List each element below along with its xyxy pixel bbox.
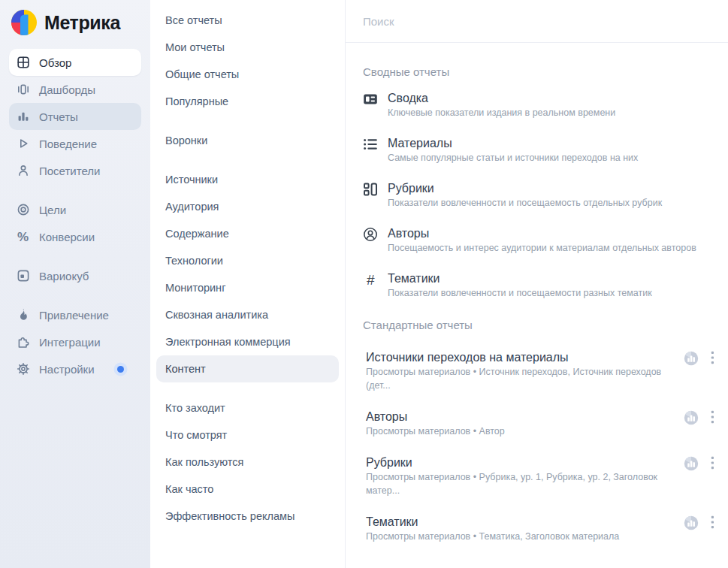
report-card[interactable]: Авторы Посещаемость и интерес аудитории … [363, 226, 717, 255]
search-bar [346, 0, 728, 43]
reports-nav-item[interactable]: Что смотрят [156, 421, 339, 449]
report-title: Рубрики [366, 455, 675, 470]
reports-nav-item-label: Общие отчеты [165, 68, 239, 80]
reports-nav-item-label: Контент [165, 363, 206, 375]
sidebar-nav: Обзор Дашборды Отчеты Поведение Посетите… [0, 49, 150, 382]
kebab-menu-icon[interactable] [711, 410, 714, 424]
reports-nav-item[interactable]: Аудитория [156, 193, 339, 220]
reports-nav-item[interactable]: Как пользуются [156, 449, 339, 476]
reports-nav-item-label: Как пользуются [165, 456, 243, 468]
report-title: Сводка [388, 91, 615, 105]
reports-nav-item-label: Все отчеты [165, 14, 222, 26]
metrika-chart-icon[interactable] [684, 410, 699, 425]
reports-nav-item[interactable]: Кто заходит [156, 394, 339, 421]
hash-icon: # [363, 272, 378, 287]
sidebar-item[interactable]: Посетители [9, 157, 141, 184]
reports-nav-item-label: Технологии [165, 255, 223, 267]
sidebar-item[interactable]: % Конверсии [9, 223, 141, 250]
sidebar-item[interactable]: Привлечение [9, 301, 141, 328]
blocks-icon [363, 182, 378, 197]
reports-nav-item[interactable]: Все отчеты [156, 7, 339, 34]
sidebar-item[interactable]: Интеграции [9, 328, 141, 355]
reports-nav-item[interactable]: Мониторинг [156, 274, 339, 301]
report-card[interactable]: Рубрики Показатели вовлеченности и посещ… [363, 181, 717, 210]
report-card[interactable]: # Тематики Показатели вовлеченности и по… [363, 271, 717, 300]
sidebar-item-label: Поведение [39, 137, 97, 150]
metrika-logo-icon [11, 10, 37, 35]
report-title: Материалы [388, 136, 638, 150]
metrika-chart-icon[interactable] [684, 515, 699, 530]
kebab-menu-icon[interactable] [711, 351, 714, 364]
target-icon [16, 203, 30, 217]
sidebar-item-label: Цели [39, 204, 66, 216]
sidebar-item[interactable]: Обзор [9, 49, 141, 76]
report-row[interactable]: Тематики Просмотры материалов • Тематика… [363, 515, 717, 543]
reports-nav-item[interactable]: Электронная коммерция [156, 328, 339, 355]
report-row[interactable]: Авторы Просмотры материалов • Автор [363, 409, 717, 438]
reports-nav-item-label: Источники [165, 174, 218, 186]
sidebar-item[interactable]: Цели [9, 196, 141, 223]
report-card[interactable]: Сводка Ключевые показатели издания в реа… [363, 91, 717, 119]
panel-sections: Сводные отчеты Сводка Ключевые показател… [346, 65, 728, 543]
report-card[interactable]: Материалы Самые популярные статьи и исто… [363, 136, 717, 165]
report-desc: Просмотры материалов • Автор [366, 424, 675, 438]
reports-nav-item[interactable]: Сквозная аналитика [156, 301, 339, 328]
search-input[interactable] [363, 15, 711, 28]
brand-name: Метрика [44, 12, 120, 34]
report-title: Источники переходов на материалы [366, 350, 675, 364]
report-desc: Показатели вовлеченности и посещаемость … [388, 196, 662, 210]
section-title: Сводные отчеты [363, 65, 717, 78]
sidebar-item-label: Отчеты [39, 110, 78, 123]
report-desc: Просмотры материалов • Рубрика, ур. 1, Р… [366, 470, 675, 497]
sidebar-item[interactable]: Настройки [9, 355, 141, 382]
brand: Метрика [0, 0, 150, 35]
reports-nav-item[interactable]: Мои отчеты [156, 34, 339, 61]
report-desc: Просмотры материалов • Источник переходо… [366, 365, 675, 392]
report-title: Рубрики [388, 181, 662, 195]
report-row[interactable]: Источники переходов на материалы Просмот… [363, 350, 717, 392]
grid-icon [16, 56, 30, 70]
reports-nav-item[interactable]: Технологии [156, 247, 339, 274]
card-icon [363, 92, 378, 107]
reports-nav-item[interactable]: Эффективность рекламы [156, 503, 339, 530]
dashboard-icon [16, 83, 30, 97]
app: Метрика Обзор Дашборды Отчеты Поведение … [0, 0, 728, 568]
reports-nav-item-label: Как часто [165, 483, 213, 495]
report-title: Авторы [388, 226, 696, 240]
flame-icon [16, 308, 30, 322]
report-title: Тематики [366, 515, 675, 529]
reports-nav-item-label: Воронки [165, 134, 207, 147]
puzzle-icon [16, 335, 30, 349]
report-list: Сводка Ключевые показатели издания в реа… [363, 91, 717, 300]
kebab-menu-icon[interactable] [711, 456, 714, 470]
sidebar-item[interactable]: Отчеты [9, 103, 141, 130]
reports-nav-item-label: Электронная коммерция [165, 336, 291, 348]
reports-nav-item[interactable]: Популярные [156, 88, 339, 115]
reports-nav-item-label: Содержание [165, 228, 229, 240]
reports-nav-item[interactable]: Содержание [156, 220, 339, 247]
metrika-chart-icon[interactable] [684, 351, 699, 366]
reports-nav: Все отчеты Мои отчеты Общие отчеты Попул… [150, 0, 346, 568]
sidebar-item[interactable]: Дашборды [9, 76, 141, 103]
reports-nav-item-label: Популярные [165, 95, 228, 107]
reports-nav-item[interactable]: Общие отчеты [156, 61, 339, 88]
sidebar-item[interactable]: Вариокуб [9, 262, 141, 289]
list-icon [363, 137, 378, 152]
reports-nav-item[interactable]: Контент [156, 355, 339, 382]
reports-nav-item[interactable]: Источники [156, 166, 339, 193]
sidebar-item[interactable]: Поведение [9, 130, 141, 157]
section-title: Стандартные отчеты [363, 319, 717, 331]
report-desc: Посещаемость и интерес аудитории к матер… [388, 241, 696, 255]
sidebar-item-label: Дашборды [39, 83, 95, 96]
kebab-menu-icon[interactable] [711, 515, 714, 529]
report-title: Тематики [388, 271, 652, 286]
report-row[interactable]: Рубрики Просмотры материалов • Рубрика, … [363, 455, 717, 497]
sidebar-item-label: Обзор [39, 56, 71, 69]
metrika-chart-icon[interactable] [684, 456, 699, 471]
reports-panel: Сводные отчеты Сводка Ключевые показател… [346, 0, 728, 568]
person-icon [16, 164, 30, 178]
percent-icon: % [16, 230, 30, 244]
reports-nav-item[interactable]: Как часто [156, 476, 339, 503]
reports-nav-item[interactable]: Воронки [156, 127, 339, 154]
sidebar-item-label: Посетители [39, 165, 100, 177]
